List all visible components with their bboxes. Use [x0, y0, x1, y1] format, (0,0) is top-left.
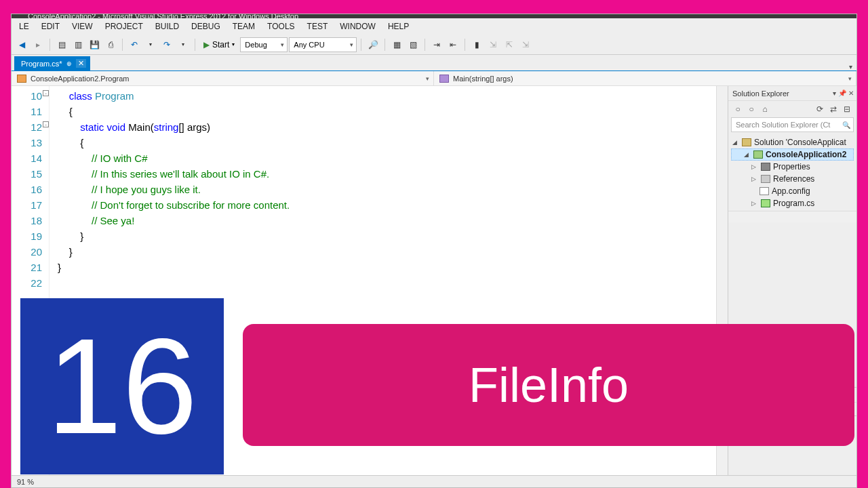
start-button[interactable]: ▶ Start ▾: [199, 40, 239, 49]
separator: [384, 39, 385, 51]
find-icon[interactable]: 🔎: [366, 37, 380, 52]
panel-menu-icon[interactable]: ▾: [833, 89, 836, 97]
nav-class-label: ConsoleApplication2.Program: [31, 75, 130, 83]
line-number: 11: [12, 104, 42, 119]
panel-close-icon[interactable]: ✕: [848, 89, 854, 97]
class-icon: [17, 75, 26, 83]
line-number: 15: [12, 166, 42, 182]
code-comment: // See ya!: [58, 213, 716, 228]
undo-drop-icon[interactable]: ▾: [143, 37, 158, 52]
bookmark2-icon[interactable]: ⇤: [446, 37, 460, 52]
tree-programcs-node[interactable]: ▷Program.cs: [731, 197, 854, 209]
step-icon[interactable]: ▮: [469, 37, 484, 52]
window-title: ConsoleApplication2 - Microsoft Visual S…: [28, 14, 298, 18]
menu-edit[interactable]: EDIT: [35, 22, 66, 31]
menu-file[interactable]: LE: [13, 22, 35, 31]
code-line: }: [58, 228, 716, 244]
line-number: 22: [12, 275, 42, 291]
open-icon[interactable]: ▥: [71, 37, 85, 52]
fold-icon[interactable]: -: [43, 90, 49, 96]
code-line: }: [58, 244, 716, 260]
method-icon: [439, 75, 449, 83]
step4-icon[interactable]: ⇲: [518, 37, 533, 52]
tree-references-node[interactable]: ▷References: [731, 173, 854, 185]
menu-debug[interactable]: DEBUG: [185, 22, 226, 31]
tabs-overflow-icon[interactable]: ▾: [849, 63, 852, 70]
status-bar: 91 %: [12, 475, 856, 487]
line-number: 21: [12, 260, 42, 275]
menu-team[interactable]: TEAM: [226, 22, 261, 31]
undo-icon[interactable]: ↶: [127, 37, 142, 52]
code-comment: // I hope you guys like it.: [58, 182, 716, 197]
menu-project[interactable]: PROJECT: [99, 22, 149, 31]
solution-toolbar: ○ ○ ⌂ ⟳ ⇄ ⊟: [728, 101, 856, 117]
solution-explorer-title: Solution Explorer: [732, 89, 789, 98]
tree-properties-node[interactable]: ▷Properties: [731, 161, 854, 173]
nav-method-combo[interactable]: Main(string[] args): [434, 71, 856, 85]
type: Program: [95, 90, 134, 102]
menu-build[interactable]: BUILD: [149, 22, 185, 31]
sol-collapse-icon[interactable]: ⊟: [842, 104, 852, 114]
config-combo[interactable]: Debug: [240, 37, 288, 52]
platform-combo[interactable]: Any CPU: [289, 37, 357, 52]
tree-scrollbar[interactable]: [728, 211, 856, 222]
tree-label: Program.cs: [773, 199, 814, 208]
new-project-icon[interactable]: ▤: [54, 37, 69, 52]
line-number: 17: [12, 197, 42, 213]
csharp-icon: [761, 199, 770, 207]
line-number: 14: [12, 150, 42, 166]
document-tabs: Program.cs* ⊕ ✕ ▾: [12, 55, 856, 71]
episode-title: FileInfo: [469, 357, 629, 413]
line-number: 19: [12, 228, 42, 244]
redo-icon[interactable]: ↷: [159, 37, 174, 52]
keyword: class: [69, 90, 95, 102]
menu-window[interactable]: WINDOW: [334, 22, 382, 31]
wrench-icon: [761, 163, 770, 171]
comment-icon[interactable]: ▦: [389, 37, 404, 52]
redo-drop-icon[interactable]: ▾: [176, 37, 191, 52]
line-number: 12: [12, 119, 42, 135]
tree-label: Properties: [773, 162, 810, 171]
sol-fwd-icon[interactable]: ○: [746, 104, 757, 114]
tree-project-node[interactable]: ◢ConsoleApplication2: [731, 148, 854, 161]
menu-test[interactable]: TEST: [301, 22, 334, 31]
close-icon[interactable]: ✕: [76, 59, 86, 68]
menu-tools[interactable]: TOOLS: [261, 22, 300, 31]
sol-home-icon[interactable]: ⌂: [760, 104, 770, 114]
solution-search-input[interactable]: Search Solution Explorer (Ct: [731, 117, 854, 132]
step3-icon[interactable]: ⇱: [502, 37, 517, 52]
nav-class-combo[interactable]: ConsoleApplication2.Program: [12, 71, 434, 85]
line-number: 13: [12, 135, 42, 150]
step2-icon[interactable]: ⇲: [486, 37, 500, 52]
solution-explorer-header: Solution Explorer ▾ 📌 ✕: [728, 86, 856, 101]
tree-solution-node[interactable]: ◢Solution 'ConsoleApplicat: [731, 136, 854, 148]
overlay-episode-number: 16: [20, 298, 224, 474]
separator: [425, 39, 425, 51]
pin-icon[interactable]: ⊕: [66, 60, 72, 67]
bookmark-icon[interactable]: ⇥: [429, 37, 444, 52]
line-number: 20: [12, 244, 42, 260]
nav-method-label: Main(string[] args): [453, 75, 513, 83]
search-placeholder: Search Solution Explorer (Ct: [736, 121, 830, 129]
sol-back-icon[interactable]: ○: [732, 104, 743, 114]
uncomment-icon[interactable]: ▧: [406, 37, 420, 52]
solution-tree[interactable]: ◢Solution 'ConsoleApplicat ◢ConsoleAppli…: [728, 135, 856, 211]
fold-icon[interactable]: -: [43, 121, 49, 127]
menu-view[interactable]: VIEW: [66, 22, 99, 31]
code-comment: // Don't forget to subscribe for more co…: [58, 197, 716, 213]
platform-value: Any CPU: [294, 41, 324, 49]
save-all-icon[interactable]: ⎙: [103, 37, 118, 52]
save-icon[interactable]: 💾: [87, 37, 102, 52]
nav-fwd-icon[interactable]: ▸: [31, 37, 45, 52]
sol-sync-icon[interactable]: ⟳: [814, 104, 825, 114]
keyword: static: [80, 121, 106, 133]
code-comment: // In this series we'll talk about IO in…: [58, 166, 716, 182]
menu-help[interactable]: HELP: [382, 22, 415, 31]
tree-label: Solution 'ConsoleApplicat: [754, 138, 846, 147]
tree-appconfig-node[interactable]: App.config: [731, 185, 854, 197]
tab-program-cs[interactable]: Program.cs* ⊕ ✕: [14, 56, 90, 70]
nav-back-icon[interactable]: ◀: [14, 37, 29, 52]
panel-pin-icon[interactable]: 📌: [838, 89, 846, 97]
sol-refresh-icon[interactable]: ⇄: [828, 104, 839, 114]
zoom-level[interactable]: 91 %: [17, 478, 34, 486]
